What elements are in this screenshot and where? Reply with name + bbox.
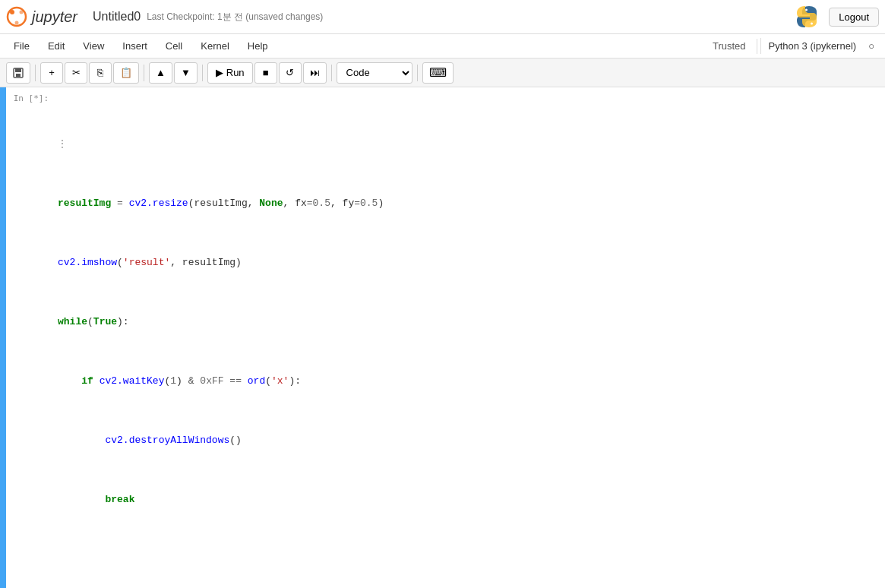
logo: jupyter bbox=[6, 6, 77, 27]
cell-type-select[interactable]: Code bbox=[337, 62, 412, 84]
paste-button[interactable]: 📋 bbox=[113, 62, 139, 84]
menubar-separator bbox=[757, 39, 757, 54]
code-line-1: resultImg = cv2.resize(resultImg, None, … bbox=[58, 196, 879, 211]
menu-insert[interactable]: Insert bbox=[115, 38, 155, 54]
code-display: ⋮ resultImg = cv2.resize(resultImg, None… bbox=[58, 92, 879, 537]
code-cell: In [*]: ⋮ resultImg = cv2.resize(resultI… bbox=[0, 87, 885, 588]
menu-cell[interactable]: Cell bbox=[158, 38, 190, 54]
move-up-button[interactable]: ▲ bbox=[149, 62, 172, 84]
svg-rect-7 bbox=[15, 68, 21, 72]
cell-empty-area bbox=[58, 537, 879, 589]
sep4 bbox=[331, 65, 332, 81]
restart-button[interactable]: ↺ bbox=[279, 62, 302, 84]
code-line-2: cv2.imshow('result', resultImg) bbox=[58, 255, 879, 270]
header: jupyter Untitled0 Last Checkpoint: 1분 전 … bbox=[0, 0, 885, 34]
keyboard-shortcuts-button[interactable]: ⌨ bbox=[422, 62, 454, 84]
cut-button[interactable]: ✂ bbox=[65, 62, 87, 84]
svg-point-3 bbox=[15, 21, 19, 25]
code-line-6: break bbox=[58, 492, 879, 507]
menubar-items: File Edit View Insert Cell Kernel Help bbox=[6, 38, 705, 54]
jupyter-logo-text: jupyter bbox=[32, 8, 77, 26]
kernel-info: Python 3 (ipykernel) bbox=[760, 38, 864, 54]
sep1 bbox=[35, 65, 36, 81]
code-line-3: while(True): bbox=[58, 315, 879, 330]
run-button[interactable]: ▶ Run bbox=[207, 62, 253, 84]
sep2 bbox=[144, 65, 144, 81]
trusted-badge[interactable]: Trusted bbox=[705, 38, 754, 54]
menu-help[interactable]: Help bbox=[240, 38, 276, 54]
menu-file[interactable]: File bbox=[6, 38, 37, 54]
svg-point-4 bbox=[805, 9, 808, 11]
header-right: Logout bbox=[797, 5, 879, 29]
notebook-title[interactable]: Untitled0 bbox=[93, 10, 141, 24]
code-line-5: cv2.destroyAllWindows() bbox=[58, 433, 879, 448]
svg-point-2 bbox=[20, 11, 24, 14]
cell-active-indicator bbox=[0, 87, 6, 588]
restart-run-button[interactable]: ⏭ bbox=[303, 62, 327, 84]
add-cell-button[interactable]: + bbox=[40, 62, 63, 84]
code-line-4: if cv2.waitKey(1) & 0xFF == ord('x'): bbox=[58, 374, 879, 389]
copy-button[interactable]: ⎘ bbox=[89, 62, 112, 84]
stop-button[interactable]: ■ bbox=[254, 62, 277, 84]
kernel-dots: ○ bbox=[864, 40, 879, 52]
svg-point-5 bbox=[811, 23, 813, 25]
save-button[interactable] bbox=[6, 62, 30, 84]
cell-code-content[interactable]: ⋮ resultImg = cv2.resize(resultImg, None… bbox=[52, 87, 885, 588]
toolbar: + ✂ ⎘ 📋 ▲ ▼ ▶ Run ■ ↺ ⏭ Code ⌨ bbox=[0, 58, 885, 87]
svg-point-1 bbox=[10, 10, 14, 14]
cell-prompt: In [*]: bbox=[6, 87, 52, 588]
notebook: In [*]: ⋮ resultImg = cv2.resize(resultI… bbox=[0, 87, 885, 588]
menu-view[interactable]: View bbox=[75, 38, 112, 54]
checkpoint-info: Last Checkpoint: 1분 전 (unsaved changes) bbox=[147, 11, 323, 24]
sep3 bbox=[202, 65, 203, 81]
python-icon bbox=[797, 5, 821, 29]
run-icon: ▶ bbox=[216, 67, 223, 78]
jupyter-logo-icon bbox=[6, 6, 27, 27]
run-label: Run bbox=[226, 67, 245, 78]
save-icon bbox=[13, 68, 24, 78]
move-down-button[interactable]: ▼ bbox=[174, 62, 198, 84]
logout-button[interactable]: Logout bbox=[829, 8, 879, 27]
menubar: File Edit View Insert Cell Kernel Help T… bbox=[0, 34, 885, 58]
sep5 bbox=[417, 65, 418, 81]
menu-edit[interactable]: Edit bbox=[40, 38, 72, 54]
scroll-indicator: ⋮ bbox=[58, 137, 879, 150]
svg-rect-8 bbox=[16, 74, 21, 77]
menu-kernel[interactable]: Kernel bbox=[193, 38, 237, 54]
